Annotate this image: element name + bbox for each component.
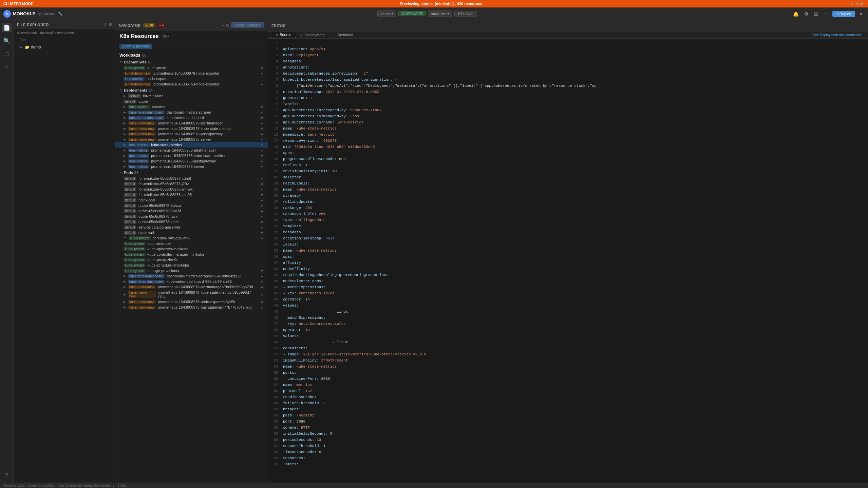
cluster-compare-button[interactable]: Cluster Compare xyxy=(231,22,264,28)
list-item[interactable]: lens-metrics node-exporter xyxy=(115,76,268,81)
list-item[interactable]: default for-minikube-65c6c88978-cdn5f ⇄ xyxy=(115,176,268,181)
editor-next-button[interactable]: → xyxy=(857,22,865,29)
code-line: limits: xyxy=(283,461,865,467)
list-item[interactable]: kunal-demo-new prometheus-1643808978-nod… xyxy=(115,71,268,76)
pods-section[interactable]: ▼ Pods 33 xyxy=(115,169,268,176)
ns-badge: kunal-demo-new xyxy=(128,291,156,298)
code-line: maxUnavailable: 25% xyxy=(283,211,865,217)
resource-name: prometheus-1643808978-node-exporter xyxy=(153,71,220,75)
sync-icon: ⇄ xyxy=(261,121,264,125)
list-item[interactable]: default nginx-pod ⇄ xyxy=(115,197,268,203)
workloads-section[interactable]: Workloads 66 xyxy=(115,51,268,59)
sidebar-git-icon[interactable]: ⑂ xyxy=(4,63,10,72)
tab-metadata[interactable]: ☰ Metadata xyxy=(329,32,358,38)
line-number: 31 xyxy=(268,223,278,229)
list-item[interactable]: default static-web ⇄ xyxy=(115,230,268,235)
list-item[interactable]: default quote-65c6c88978-6m65f ⇄ xyxy=(115,208,268,214)
navigator-header-left: NAVIGATOR ▲ 10 ● 6 xyxy=(119,23,166,27)
list-item[interactable]: kube-system kube-proxy-zhm9n xyxy=(115,257,268,262)
list-item[interactable]: ▶ lens-metrics prometheus-1643005753-pus… xyxy=(115,158,268,164)
editor-prev-button[interactable]: ← xyxy=(848,22,856,29)
grid-button[interactable]: ⊞ xyxy=(813,11,819,17)
list-item[interactable]: ▶ kunal-demo-new prometheus-1643808978-n… xyxy=(115,299,268,305)
line-number: 35 xyxy=(268,248,278,254)
tab-deployment[interactable]: ⬡ Deployment xyxy=(296,32,329,38)
line-number: 58 xyxy=(268,388,278,394)
code-line: scheme: HTTP xyxy=(283,425,865,431)
list-item[interactable]: default quote-65c6c88978-5phzw ⇄ xyxy=(115,203,268,208)
sidebar-search-icon[interactable]: 🔍 xyxy=(2,36,12,45)
list-item[interactable]: kube-system storage-provisioner ⇄ xyxy=(115,268,268,273)
list-item-selected[interactable]: ▶ lens-metrics kube-state-metrics ⇄ xyxy=(115,142,268,148)
list-item[interactable]: kube-system etcd-minikube xyxy=(115,241,268,246)
deploy-button[interactable]: ↑ Deploy xyxy=(832,11,855,17)
list-item[interactable]: ▶ kube-system coredns ⇄ xyxy=(115,104,268,110)
list-item[interactable]: ▶ kunal-demo-new prometheus-1643808978-a… xyxy=(115,120,268,126)
dropdown-icon: ▾ xyxy=(391,12,393,16)
list-item[interactable]: ▶ kubernetes-dashboard dashboard-metrics… xyxy=(115,273,268,279)
list-item[interactable]: ▶ kunal-demo-new prometheus-1643808978-k… xyxy=(115,126,268,131)
list-item[interactable]: kube-system kube-scheduler-minikube xyxy=(115,262,268,268)
sidebar-help-icon[interactable]: ? xyxy=(4,471,10,480)
bell-button[interactable]: 🔔 xyxy=(792,11,800,17)
line-number: 5 xyxy=(268,64,278,71)
list-item[interactable]: ▶ lens-metrics prometheus-1643005753-ser… xyxy=(115,164,268,169)
code-area[interactable]: ---apiVersion: apps/v1kind: Deploymentme… xyxy=(280,39,868,483)
folder-item-demo[interactable]: ▶ 📁 demo xyxy=(14,44,115,51)
list-item[interactable]: ▶ kunal-demo-new prometheus-1643808978-p… xyxy=(115,305,268,310)
list-item[interactable]: default quote-65c6c88978-fwrx ⇄ xyxy=(115,214,268,219)
list-item[interactable]: default for-minikube-65c6c88978-wnh9k ⇄ xyxy=(115,187,268,192)
context-demo-pill[interactable]: demo ▾ xyxy=(377,11,396,17)
list-item[interactable]: ▶ default for-minikube xyxy=(115,93,268,99)
list-item[interactable]: default for-minikube-65c6c88978-zkq95 ⇄ xyxy=(115,192,268,197)
daemonsets-section[interactable]: ▼ DaemonSets 4 xyxy=(115,59,268,65)
sidebar-files-icon[interactable]: 📄 xyxy=(2,23,12,32)
list-item[interactable]: ▶ kubernetes-dashboard kubernetes-dashbo… xyxy=(115,279,268,284)
list-item[interactable]: ▼ kube-system coredns-74ff5c5b-jlfhk ⇄ xyxy=(115,235,268,241)
nav-filter-icon[interactable]: ⊟ xyxy=(226,23,229,27)
list-item[interactable]: default quote-65c6c88978-vnchl ⇄ xyxy=(115,219,268,225)
list-item[interactable]: ▶ lens-metrics prometheus-1643005753-ale… xyxy=(115,148,268,153)
ns-badge: kubernetes-dashboard xyxy=(128,280,165,284)
list-item[interactable]: default quote xyxy=(115,99,268,104)
refresh-icon[interactable]: ↺ xyxy=(103,22,107,27)
resource-name: prometheus-1643808978-pushgateway-77b776… xyxy=(158,305,251,309)
settings-button[interactable]: ⚙ xyxy=(803,11,810,17)
ns-badge: default xyxy=(124,177,136,180)
sync-icon: ⇄ xyxy=(261,111,264,114)
sync-icon: ⇄ xyxy=(261,293,264,296)
list-item[interactable]: ▶ kunal-demo-new prometheus-1643808978-p… xyxy=(115,131,268,137)
code-line: metadata: xyxy=(283,229,865,235)
sync-icon: ⇄ xyxy=(261,66,264,70)
sidebar-cluster-icon[interactable]: ⬡ xyxy=(3,50,11,59)
more-button[interactable]: ⋯ xyxy=(822,11,830,17)
list-item[interactable]: ▶ lens-metrics prometheus-1643005753-kub… xyxy=(115,153,268,158)
list-item[interactable]: kube-system kube-proxy ⇄ xyxy=(115,65,268,71)
code-line: values: xyxy=(283,333,865,339)
add-icon[interactable]: ⊞ xyxy=(109,22,112,27)
list-item[interactable]: kube-system kube-controller-manager-mini… xyxy=(115,252,268,257)
nav-plus-icon[interactable]: + xyxy=(222,23,224,27)
list-item[interactable]: ▶ kubernetes-dashboard kubernetes-dashbo… xyxy=(115,115,268,120)
doc-link[interactable]: See Deployment documentation xyxy=(813,33,861,37)
list-item[interactable]: ▶ kubernetes-dashboard dashboard-metrics… xyxy=(115,110,268,115)
list-item[interactable]: ▶ kunal-demo-new prometheus-1643808978-s… xyxy=(115,137,268,142)
close-button[interactable]: ✕ xyxy=(858,11,865,17)
exit-button[interactable]: ✕ Exit xyxy=(849,0,865,7)
list-item[interactable]: ▶ kunal-demo-new prometheus-1643808978-k… xyxy=(115,290,268,299)
editor-tab-bar: ◈ Source ⬡ Deployment ☰ Metadata See Dep… xyxy=(268,32,868,39)
list-item[interactable]: ▶ kunal-demo-new prometheus-1643808978-a… xyxy=(115,284,268,290)
line-number: 57 xyxy=(268,382,278,388)
list-item[interactable]: kube-system kube-apiserver-minikube xyxy=(115,246,268,252)
list-item[interactable]: kunal-demo-new prometheus-1643005753-nod… xyxy=(115,81,268,87)
sync-icon: ⇄ xyxy=(261,220,264,223)
deployments-section[interactable]: ▼ Deployments 14 xyxy=(115,87,268,93)
minikube-pill[interactable]: minikube ▾ xyxy=(428,11,452,17)
tab-source[interactable]: ◈ Source xyxy=(271,32,296,38)
list-item[interactable]: default service-catalog-apiserver ⇄ xyxy=(115,225,268,230)
code-line: protocol: TCP xyxy=(283,388,865,394)
reload-button[interactable]: RELOAD xyxy=(454,11,477,17)
sync-icon: ⇄ xyxy=(261,306,264,309)
list-item[interactable]: default for-minikube-65c6c88978-j29v ⇄ xyxy=(115,181,268,187)
ns-badge: default xyxy=(124,209,136,213)
